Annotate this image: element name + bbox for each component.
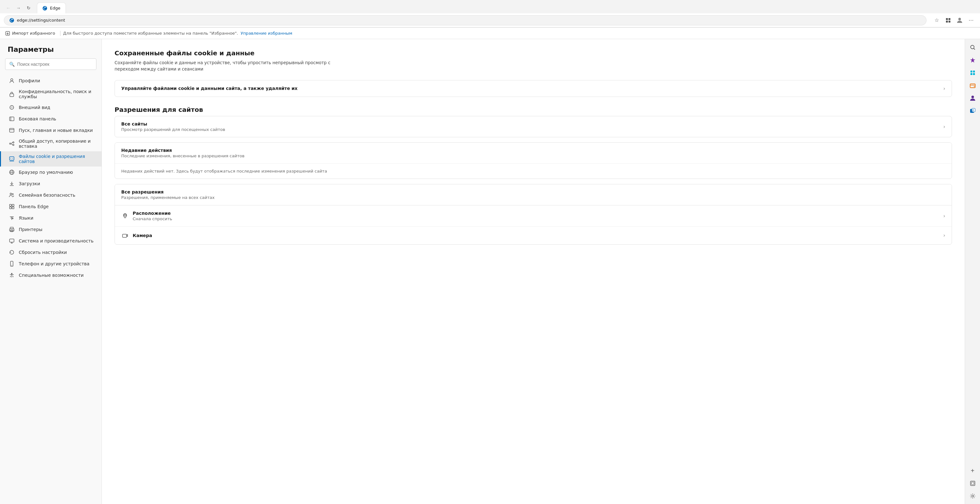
collections-sidebar-btn[interactable] <box>967 67 978 79</box>
camera-title: Камера <box>133 233 152 238</box>
svg-rect-46 <box>973 71 975 73</box>
svg-point-39 <box>11 265 12 266</box>
cookies-card: Управляйте файлами cookie и данными сайт… <box>115 80 952 97</box>
copilot-icon <box>969 57 976 63</box>
search-icon: 🔍 <box>9 62 14 67</box>
svg-line-44 <box>974 49 975 50</box>
sidebar-item-newtab[interactable]: Пуск, главная и новые вкладки <box>0 125 102 136</box>
forward-button[interactable]: → <box>14 3 23 13</box>
profile-sidebar-btn[interactable] <box>967 92 978 104</box>
recent-activity-card: Недавние действия Последние изменения, в… <box>115 143 952 179</box>
sidebar-item-printers[interactable]: Принтеры <box>0 224 102 235</box>
settings-sidebar-btn[interactable] <box>967 490 978 502</box>
svg-point-17 <box>13 144 14 146</box>
sidebar-item-cookies[interactable]: Файлы cookie и разрешения сайтов <box>0 151 102 166</box>
wallet-btn[interactable] <box>967 80 978 91</box>
privacy-icon <box>9 91 15 97</box>
sidebar-item-phone[interactable]: Телефон и другие устройства <box>0 258 102 269</box>
location-icon <box>121 212 129 220</box>
svg-rect-29 <box>12 204 14 206</box>
sharing-icon <box>9 141 15 147</box>
sidebar-item-accessibility[interactable]: Специальные возможности <box>0 269 102 281</box>
collections-icon-btn[interactable] <box>943 15 953 25</box>
sidebar-item-languages[interactable]: Языки <box>0 212 102 224</box>
wallet-icon <box>969 82 976 89</box>
svg-point-16 <box>13 142 14 143</box>
system-label: Система и производительность <box>19 238 94 243</box>
accessibility-icon <box>9 272 15 278</box>
svg-rect-31 <box>12 207 14 209</box>
sidebar-item-downloads[interactable]: Загрузки <box>0 178 102 189</box>
svg-rect-48 <box>973 73 975 75</box>
reset-icon <box>9 249 15 255</box>
sidebar-item-default-browser[interactable]: Браузер по умолчанию <box>0 166 102 178</box>
search-input[interactable] <box>17 62 92 67</box>
sidebar-item-privacy[interactable]: Конфиденциальность, поиск и службы <box>0 86 102 102</box>
favorites-icon-btn[interactable]: ☆ <box>932 15 942 25</box>
downloads-icon <box>9 181 15 187</box>
svg-rect-45 <box>970 71 972 73</box>
outlook-btn[interactable] <box>967 105 978 117</box>
svg-rect-54 <box>970 481 975 486</box>
printers-icon <box>9 226 15 233</box>
menu-btn[interactable]: ⋯ <box>966 15 976 25</box>
svg-point-51 <box>971 96 974 98</box>
cookies-section-desc: Сохраняйте файлы cookie и данные на устр… <box>115 59 344 73</box>
import-favorites[interactable]: Импорт избранного <box>5 31 60 36</box>
newtab-icon <box>9 127 15 133</box>
fullscreen-btn[interactable] <box>967 478 978 489</box>
printers-label: Принтеры <box>19 227 42 232</box>
right-search-icon <box>970 44 975 50</box>
svg-point-50 <box>974 86 975 87</box>
back-button[interactable]: ← <box>4 3 13 13</box>
address-bar[interactable]: edge://settings/content <box>4 15 926 25</box>
profiles-icon <box>9 78 15 84</box>
favorites-bar-message: Для быстрого доступа поместите избранные… <box>63 31 238 36</box>
sidebar-item-sharing[interactable]: Общий доступ, копирование и вставка <box>0 136 102 151</box>
location-subtitle: Сначала спросить <box>133 216 172 221</box>
manage-cookies-item[interactable]: Управляйте файлами cookie и данными сайт… <box>115 81 952 97</box>
add-sidebar-btn[interactable]: + <box>967 465 978 476</box>
active-tab[interactable]: Edge <box>37 3 66 13</box>
svg-rect-4 <box>946 21 948 22</box>
sidebar-item-system[interactable]: Система и производительность <box>0 235 102 247</box>
phone-icon <box>9 261 15 267</box>
svg-rect-32 <box>10 227 13 229</box>
svg-rect-18 <box>10 157 14 160</box>
location-item[interactable]: Расположение Сначала спросить › <box>115 205 952 227</box>
sidebar-item-appearance[interactable]: Внешний вид <box>0 102 102 113</box>
all-sites-card: Все сайты Просмотр разрешений для посеще… <box>115 116 952 137</box>
sidebar-item-edge-panel[interactable]: Панель Edge <box>0 201 102 212</box>
manage-favorites-link[interactable]: Управление избранным <box>240 31 292 36</box>
all-sites-subtitle: Просмотр разрешений для посещенных сайто… <box>121 127 225 132</box>
reset-label: Сбросить настройки <box>19 250 67 255</box>
camera-item[interactable]: Камера › <box>115 227 952 244</box>
right-search-btn[interactable] <box>967 42 978 53</box>
default-browser-label: Браузер по умолчанию <box>19 170 73 175</box>
sidebar-item-profiles[interactable]: Профили <box>0 75 102 86</box>
default-browser-icon <box>9 169 15 176</box>
copilot-btn[interactable] <box>967 54 978 66</box>
sharing-label: Общий доступ, копирование и вставка <box>19 139 94 149</box>
sidebar-title: Параметры <box>0 46 102 59</box>
sidebar-item-sidebar[interactable]: Боковая панель <box>0 113 102 125</box>
location-chevron: › <box>943 213 945 219</box>
manage-cookies-title: Управляйте файлами cookie и данными сайт… <box>121 86 298 91</box>
search-box[interactable]: 🔍 <box>5 59 96 70</box>
url-text: edge://settings/content <box>17 18 65 22</box>
all-sites-item[interactable]: Все сайты Просмотр разрешений для посеще… <box>115 116 952 137</box>
svg-rect-5 <box>948 21 950 22</box>
svg-point-56 <box>972 495 974 497</box>
recent-activity-subtitle: Последние изменения, внесенные в разреше… <box>121 154 244 158</box>
profile-btn[interactable] <box>955 15 965 25</box>
sidebar-item-family[interactable]: Семейная безопасность <box>0 189 102 201</box>
svg-rect-28 <box>10 204 11 206</box>
downloads-label: Загрузки <box>19 181 40 186</box>
sidebar-item-reset[interactable]: Сбросить настройки <box>0 247 102 258</box>
family-label: Семейная безопасность <box>19 193 75 198</box>
profile-sidebar-icon <box>969 95 976 102</box>
location-title: Расположение <box>133 211 172 216</box>
outlook-icon <box>969 108 976 114</box>
svg-point-15 <box>10 143 11 144</box>
refresh-button[interactable]: ↻ <box>24 3 33 13</box>
